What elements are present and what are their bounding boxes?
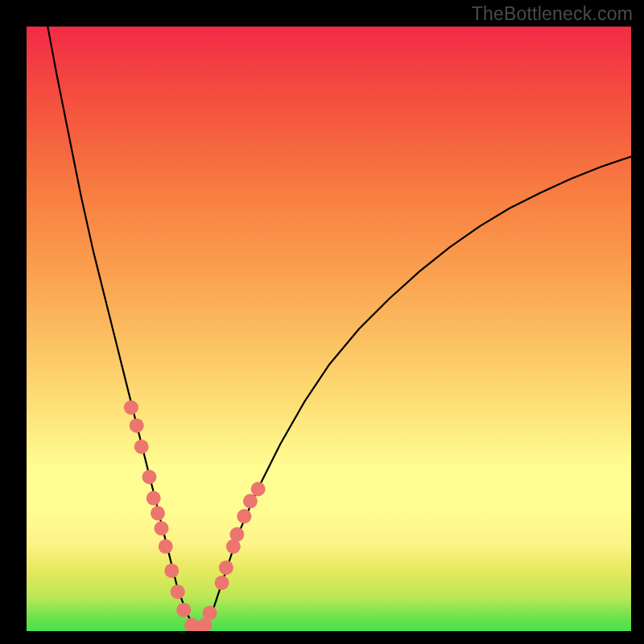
highlight-marker	[147, 491, 161, 506]
highlight-marker	[176, 603, 191, 617]
highlight-marker	[237, 509, 251, 523]
highlight-markers	[124, 400, 266, 631]
highlight-marker	[164, 564, 179, 578]
plot-area	[27, 27, 631, 631]
highlight-marker	[203, 605, 217, 620]
highlight-marker	[159, 539, 173, 554]
chart-svg	[27, 27, 631, 631]
highlight-marker	[134, 440, 149, 454]
highlight-marker	[171, 584, 185, 599]
highlight-marker	[243, 494, 258, 509]
highlight-marker	[251, 482, 266, 497]
highlight-marker	[124, 400, 138, 415]
highlight-marker	[215, 576, 229, 590]
highlight-marker	[130, 419, 144, 433]
highlight-marker	[151, 506, 165, 521]
bottleneck-curve	[47, 27, 631, 631]
watermark-text: TheBottleneck.com	[472, 3, 633, 25]
highlight-marker	[219, 560, 233, 575]
highlight-marker	[229, 527, 244, 542]
chart-frame: TheBottleneck.com	[0, 0, 644, 644]
highlight-marker	[142, 470, 156, 485]
highlight-marker	[154, 521, 168, 535]
